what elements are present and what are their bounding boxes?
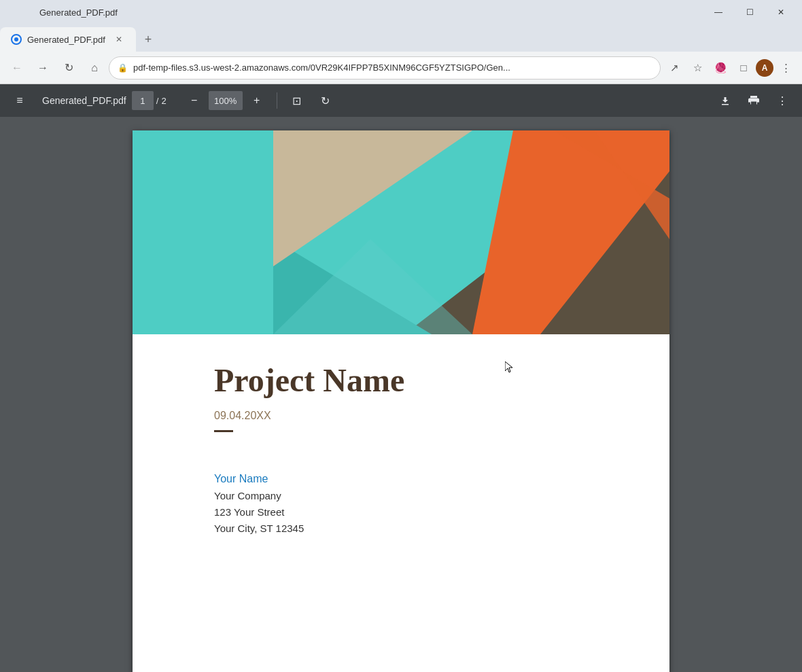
contact-city: Your City, ST 12345 (214, 520, 588, 537)
lock-icon: 🔒 (118, 63, 128, 73)
close-button[interactable]: ✕ (765, 0, 797, 24)
zoom-out-button[interactable]: − (183, 89, 206, 112)
pdf-zoom-controls: − + (183, 89, 268, 112)
zoom-in-button[interactable]: + (245, 89, 268, 112)
title-bar: Generated_PDF.pdf — ☐ ✕ (0, 0, 802, 24)
pdf-more-button[interactable]: ⋮ (771, 89, 794, 112)
forward-button[interactable]: → (31, 56, 54, 79)
pdf-viewer[interactable]: Project Name 09.04.20XX Your Name Your C… (0, 117, 802, 672)
window-title: Generated_PDF.pdf (39, 7, 118, 18)
share-button[interactable]: ↗ (663, 57, 685, 79)
back-button[interactable]: ← (5, 56, 29, 79)
minimize-button[interactable]: — (703, 0, 734, 24)
new-tab-button[interactable]: + (139, 30, 158, 49)
contact-name: Your Name (214, 473, 588, 485)
split-view-button[interactable]: □ (733, 57, 754, 79)
more-button[interactable]: ⋮ (775, 57, 797, 79)
address-actions: ↗ ☆ 🧶 □ A ⋮ (663, 57, 797, 79)
tab-title: Generated_PDF.pdf (27, 35, 107, 45)
pdf-content: Project Name 09.04.20XX Your Name Your C… (133, 334, 669, 564)
rotate-button[interactable]: ↻ (314, 89, 337, 112)
address-bar[interactable]: 🔒 pdf-temp-files.s3.us-west-2.amazonaws.… (109, 56, 661, 79)
print-button[interactable] (742, 89, 765, 112)
extensions-button[interactable]: 🧶 (710, 57, 731, 79)
contact-company: Your Company (214, 488, 588, 504)
home-button[interactable]: ⌂ (83, 56, 106, 79)
page-number-input[interactable] (132, 91, 154, 110)
toolbar-divider (277, 92, 277, 109)
page-total: 2 (161, 96, 166, 106)
download-button[interactable] (714, 89, 737, 112)
address-bar-row: ← → ↻ ⌂ 🔒 pdf-temp-files.s3.us-west-2.am… (0, 52, 802, 84)
tab-favicon-icon (11, 34, 22, 45)
page-separator: / (156, 96, 159, 106)
zoom-input[interactable] (209, 91, 243, 110)
project-divider (214, 430, 233, 432)
pdf-page-controls: / 2 (132, 91, 167, 110)
pdf-menu-button[interactable]: ≡ (8, 89, 31, 112)
tab-bar: Generated_PDF.pdf ✕ + (0, 24, 802, 52)
project-date: 09.04.20XX (214, 410, 588, 422)
reload-button[interactable]: ↻ (57, 56, 80, 79)
maximize-button[interactable]: ☐ (734, 0, 765, 24)
url-text: pdf-temp-files.s3.us-west-2.amazonaws.co… (133, 63, 652, 73)
pdf-filename: Generated_PDF.pdf (42, 95, 126, 106)
contact-street: 123 Your Street (214, 504, 588, 520)
bookmark-button[interactable]: ☆ (686, 57, 708, 79)
tab-close-button[interactable]: ✕ (113, 33, 125, 46)
pdf-toolbar: ≡ Generated_PDF.pdf / 2 − + ⊡ ↻ ⋮ (0, 84, 802, 117)
window-controls: — ☐ ✕ (703, 0, 797, 24)
project-title: Project Name (214, 361, 588, 399)
profile-avatar[interactable]: A (756, 59, 773, 77)
pdf-page: Project Name 09.04.20XX Your Name Your C… (133, 130, 669, 672)
active-tab[interactable]: Generated_PDF.pdf ✕ (0, 27, 136, 52)
pdf-header-graphic (133, 130, 669, 334)
fit-page-button[interactable]: ⊡ (285, 89, 309, 112)
